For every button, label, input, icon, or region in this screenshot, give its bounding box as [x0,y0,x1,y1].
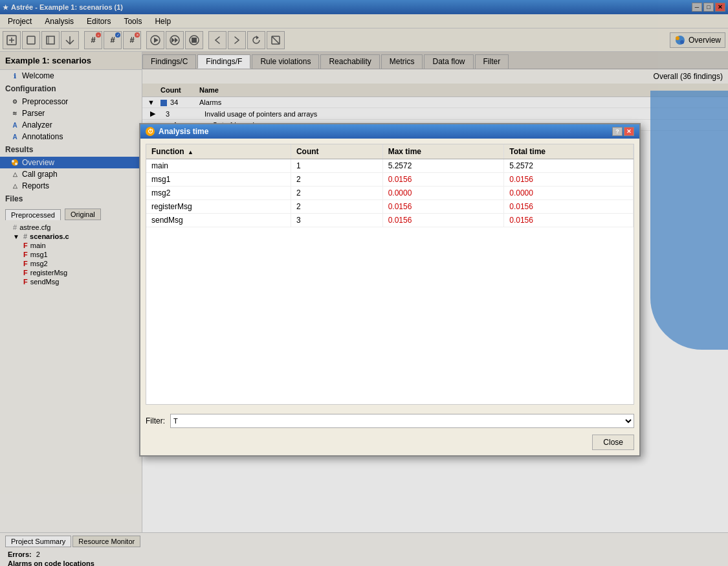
table-row[interactable]: msg1 2 0.0156 0.0156 [146,173,634,187]
sort-arrow-function: ▲ [188,149,193,155]
modal-title-left: ⏱ Analysis time [146,127,208,136]
table-row[interactable]: msg2 2 0.0000 0.0000 [146,187,634,200]
modal-content: Function ▲ Count Max time Total time [146,144,634,405]
modal-close-area: Close [140,432,639,455]
cell-count-0: 1 [291,159,382,173]
cell-function-1: msg1 [146,173,291,187]
cell-count-1: 2 [291,173,382,187]
col-max-time-header[interactable]: Max time [382,144,504,159]
col-total-time-header[interactable]: Total time [504,144,634,159]
cell-count-2: 2 [291,187,382,200]
cell-max-time-1: 0.0156 [382,173,504,187]
cell-max-time-2: 0.0000 [382,187,504,200]
cell-function-0: main [146,159,291,173]
modal-table-body: main 1 5.2572 5.2572 msg1 2 0.0156 0.015… [146,159,634,227]
cell-total-time-2: 0.0000 [504,187,634,200]
cell-total-time-0: 5.2572 [504,159,634,173]
cell-count-4: 3 [291,214,382,227]
cell-max-time-3: 0.0156 [382,200,504,214]
cell-function-2: msg2 [146,187,291,200]
modal-overlay: ⏱ Analysis time ? ✕ Function ▲ Count [0,0,728,566]
modal-title-icon: ⏱ [146,127,155,136]
col-count-header[interactable]: Count [291,144,382,159]
cell-total-time-3: 0.0156 [504,200,634,214]
cell-function-3: registerMsg [146,200,291,214]
cell-function-4: sendMsg [146,214,291,227]
close-button[interactable]: Close [592,435,634,450]
table-row[interactable]: registerMsg 2 0.0156 0.0156 [146,200,634,214]
cell-max-time-4: 0.0156 [382,214,504,227]
cell-max-time-0: 5.2572 [382,159,504,173]
modal-title-buttons: ? ✕ [612,127,634,136]
cell-count-3: 2 [291,200,382,214]
table-row[interactable]: main 1 5.2572 5.2572 [146,159,634,173]
col-function-header[interactable]: Function ▲ [146,144,291,159]
filter-label: Filter: [146,416,165,425]
modal-close-x-button[interactable]: ✕ [624,127,634,136]
modal-help-button[interactable]: ? [612,127,623,136]
modal-title-text: Analysis time [159,127,208,136]
filter-select[interactable]: T [170,414,634,428]
modal-filter-area: Filter: T [140,410,639,432]
cell-total-time-1: 0.0156 [504,173,634,187]
table-row[interactable]: sendMsg 3 0.0156 0.0156 [146,214,634,227]
modal-title-bar: ⏱ Analysis time ? ✕ [140,124,639,139]
analysis-time-modal: ⏱ Analysis time ? ✕ Function ▲ Count [139,123,641,457]
analysis-time-table: Function ▲ Count Max time Total time [146,144,634,227]
cell-total-time-4: 0.0156 [504,214,634,227]
